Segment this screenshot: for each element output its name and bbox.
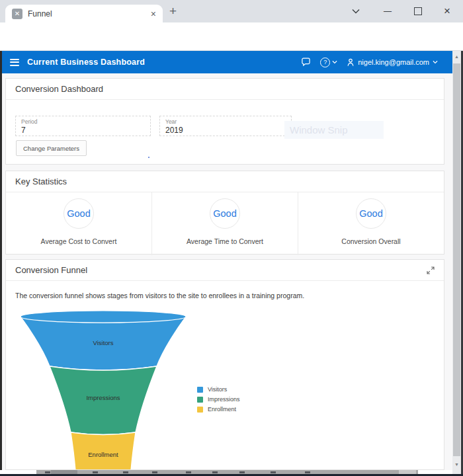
help-menu[interactable]: ? bbox=[320, 58, 337, 67]
legend-item-impressions[interactable]: Impressions bbox=[197, 396, 240, 403]
apex-favicon-icon: ✕ bbox=[12, 9, 22, 19]
stat-value: Good bbox=[213, 208, 236, 219]
taskbar-icon[interactable] bbox=[45, 471, 50, 473]
legend-swatch-visitors bbox=[197, 387, 203, 393]
stat-badge: Good bbox=[356, 198, 386, 229]
window-chevron-icon[interactable] bbox=[350, 5, 362, 17]
year-label: Year bbox=[165, 118, 286, 125]
taskbar-icon[interactable] bbox=[93, 471, 98, 473]
region-header: Key Statistics bbox=[6, 171, 444, 192]
browser-tab-strip: ✕ Funnel × + — × bbox=[0, 0, 463, 22]
stat-label: Average Cost to Convert bbox=[41, 237, 117, 245]
tab-title: Funnel bbox=[28, 9, 52, 19]
scrollbar-down-icon[interactable]: ▼ bbox=[452, 462, 461, 467]
taskbar-icon[interactable] bbox=[239, 471, 245, 473]
taskbar-icon[interactable] bbox=[152, 471, 157, 473]
stat-badge: Good bbox=[63, 198, 94, 229]
scrollbar-thumb[interactable] bbox=[453, 63, 460, 456]
app-header: Current Business Dashboard ? nigel.king@… bbox=[0, 51, 452, 73]
legend-label: Impressions bbox=[208, 396, 240, 403]
window-minimize-button[interactable]: — bbox=[382, 5, 394, 17]
window-snip-overlay: Window Snip bbox=[284, 121, 384, 139]
funnel-label-visitors: Visitors bbox=[93, 339, 114, 346]
funnel-description: The conversion funnel shows stages from … bbox=[15, 292, 304, 299]
expand-icon[interactable] bbox=[427, 266, 435, 274]
period-value[interactable]: 7 bbox=[21, 126, 145, 135]
screen: ✕ Funnel × + — × ← → apex.oracle.com/pls… bbox=[0, 0, 463, 476]
window-left-edge bbox=[0, 51, 2, 470]
taskbar-icon[interactable] bbox=[271, 471, 276, 473]
stat-label: Average Time to Convert bbox=[187, 237, 263, 245]
stray-dot bbox=[148, 157, 149, 158]
region-title: Key Statistics bbox=[15, 177, 67, 186]
region-header: Conversion Dashboard bbox=[6, 79, 444, 100]
legend-swatch-impressions bbox=[197, 397, 203, 403]
legend-label: Enrollment bbox=[208, 406, 236, 413]
legend-item-enrollment[interactable]: Enrollment bbox=[197, 406, 240, 413]
change-parameters-button[interactable]: Change Parameters bbox=[16, 140, 87, 156]
period-label: Period bbox=[21, 118, 145, 125]
key-statistics-region: Key Statistics Good Average Cost to Conv… bbox=[5, 171, 444, 255]
region-title: Conversion Dashboard bbox=[15, 84, 103, 94]
browser-tab[interactable]: ✕ Funnel × bbox=[5, 5, 163, 22]
window-maximize-button[interactable] bbox=[412, 5, 424, 17]
funnel-chart: VisitorsImpressionsEnrollment Visitors I… bbox=[11, 309, 441, 470]
conversion-funnel-region: Conversion Funnel The conversion funnel … bbox=[5, 259, 444, 470]
stat-value: Good bbox=[67, 208, 90, 219]
taskbar-icon[interactable] bbox=[123, 471, 128, 473]
legend-item-visitors[interactable]: Visitors bbox=[197, 386, 240, 393]
year-value[interactable]: 2019 bbox=[165, 126, 286, 135]
tab-close-icon[interactable]: × bbox=[151, 9, 156, 19]
window-close-button[interactable]: × bbox=[441, 5, 453, 17]
region-title: Conversion Funnel bbox=[15, 265, 87, 275]
stat-value: Good bbox=[359, 208, 382, 219]
user-menu[interactable]: nigel.king@gmail.com bbox=[347, 58, 438, 67]
scrollbar-up-icon[interactable]: ▲ bbox=[452, 54, 461, 59]
browser-toolbar: ← → apex.oracle.com/pls/apex/sixez/r/cur… bbox=[0, 22, 463, 51]
taskbar-icon[interactable] bbox=[186, 471, 191, 473]
user-email: nigel.king@gmail.com bbox=[358, 58, 429, 66]
taskbar-icon[interactable] bbox=[305, 471, 310, 473]
legend-label: Visitors bbox=[208, 386, 227, 393]
feedback-bubble-icon[interactable] bbox=[301, 58, 311, 67]
chart-legend: Visitors Impressions Enrollment bbox=[197, 386, 240, 413]
stat-avg-cost: Good Average Cost to Convert bbox=[6, 192, 151, 255]
help-icon: ? bbox=[320, 58, 330, 67]
legend-swatch-enrollment bbox=[197, 407, 203, 413]
region-header: Conversion Funnel bbox=[6, 260, 444, 281]
funnel-label-impressions: Impressions bbox=[86, 394, 120, 401]
stats-row: Good Average Cost to Convert Good Averag… bbox=[6, 192, 444, 255]
year-field[interactable]: Year 2019 bbox=[159, 116, 292, 136]
funnel-top-rim bbox=[21, 311, 186, 323]
period-field[interactable]: Period 7 bbox=[15, 116, 151, 136]
stat-label: Conversion Overall bbox=[341, 237, 400, 245]
stat-avg-time: Good Average Time to Convert bbox=[151, 192, 298, 255]
stat-conversion-overall: Good Conversion Overall bbox=[298, 192, 444, 255]
stat-badge: Good bbox=[210, 198, 240, 229]
funnel-label-enrollment: Enrollment bbox=[88, 451, 118, 458]
maximize-icon bbox=[414, 7, 422, 15]
taskbar-icon[interactable] bbox=[212, 471, 218, 473]
app-title: Current Business Dashboard bbox=[27, 58, 145, 67]
hamburger-menu-icon[interactable] bbox=[10, 59, 19, 66]
person-icon bbox=[347, 58, 355, 67]
new-tab-button[interactable]: + bbox=[169, 4, 177, 19]
